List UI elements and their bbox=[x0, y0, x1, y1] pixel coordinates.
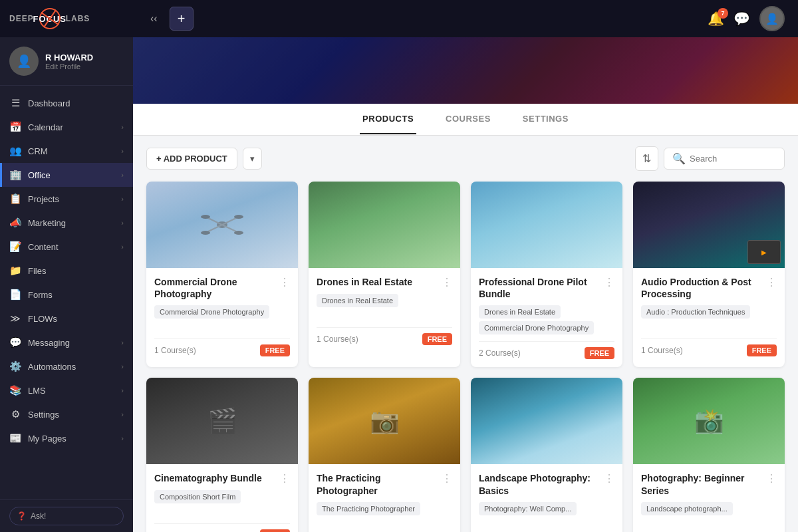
products-toolbar: + ADD PRODUCT ▾ ⇅ 🔍 bbox=[146, 146, 785, 171]
profile-name: R HOWARD bbox=[45, 53, 93, 63]
card-image: 📷 bbox=[309, 378, 460, 464]
sidebar-item-messaging[interactable]: 💬 Messaging › bbox=[0, 331, 133, 354]
card-menu-icon[interactable]: ⋮ bbox=[600, 472, 614, 485]
ask-button[interactable]: ❓ Ask! bbox=[9, 507, 124, 525]
svg-point-7 bbox=[201, 231, 210, 235]
card-tag: Composition Short Film bbox=[154, 490, 241, 503]
sidebar-item-settings[interactable]: ⚙ Settings › bbox=[0, 402, 133, 426]
sidebar-item-label: CRM bbox=[28, 146, 114, 156]
sidebar-item-projects[interactable]: 📋 Projects › bbox=[0, 187, 133, 211]
settings-icon: ⚙ bbox=[9, 408, 21, 420]
product-card[interactable]: 🎬 Cinematography Bundle ⋮ Composition Sh… bbox=[146, 378, 298, 532]
product-card[interactable]: 📸 Photography: Beginner Series ⋮ Landsca… bbox=[633, 378, 785, 532]
card-menu-icon[interactable]: ⋮ bbox=[438, 276, 452, 289]
sidebar-item-label: Automations bbox=[28, 362, 114, 372]
chevron-right-icon: › bbox=[121, 362, 124, 370]
sidebar-item-label: Office bbox=[28, 170, 114, 180]
course-count: 1 Course(s) bbox=[641, 346, 683, 355]
sort-filter-button[interactable]: ⇅ bbox=[635, 146, 658, 171]
search-input[interactable] bbox=[690, 154, 776, 164]
sidebar-profile[interactable]: 👤 R HOWARD Edit Profile bbox=[0, 37, 133, 86]
plus-icon: + bbox=[178, 11, 186, 27]
card-menu-icon[interactable]: ⋮ bbox=[600, 276, 614, 289]
collapse-sidebar-button[interactable]: ‹‹ bbox=[146, 9, 162, 29]
card-menu-icon[interactable]: ⋮ bbox=[762, 472, 777, 485]
add-product-button[interactable]: + ADD PRODUCT bbox=[146, 148, 237, 170]
price-badge: FREE bbox=[422, 333, 452, 345]
sidebar-item-files[interactable]: 📁 Files bbox=[0, 259, 133, 283]
chevron-right-icon: › bbox=[121, 147, 124, 155]
svg-point-5 bbox=[201, 215, 210, 219]
tab-products[interactable]: PRODUCTS bbox=[360, 104, 416, 134]
sidebar-item-content[interactable]: 📝 Content › bbox=[0, 235, 133, 259]
course-count: 1 Course(s) bbox=[154, 346, 196, 355]
logo-deep: DEEP bbox=[9, 14, 34, 23]
card-image: ▶ bbox=[633, 182, 785, 268]
price-badge: FREE bbox=[747, 344, 777, 356]
sidebar-item-label: Settings bbox=[28, 410, 114, 420]
sidebar-item-lms[interactable]: 📚 LMS › bbox=[0, 378, 133, 402]
sidebar-item-dashboard[interactable]: ☰ Dashboard bbox=[0, 91, 133, 115]
tab-courses[interactable]: COURSES bbox=[443, 104, 493, 134]
ask-icon: ❓ bbox=[17, 511, 27, 521]
course-count: 2 Course(s) bbox=[479, 348, 521, 358]
product-card[interactable]: 📷 The Practicing Photographer ⋮ The Prac… bbox=[309, 378, 460, 532]
sidebar-item-label: LMS bbox=[28, 386, 114, 396]
add-new-button[interactable]: + bbox=[170, 7, 194, 31]
crm-icon: 👥 bbox=[9, 145, 21, 157]
product-filter-dropdown[interactable]: ▾ bbox=[243, 148, 262, 170]
logo-focus-icon: FOCUS bbox=[38, 7, 62, 31]
chevron-right-icon: › bbox=[121, 195, 124, 203]
sidebar-ask: ❓ Ask! bbox=[0, 499, 133, 532]
messages-button[interactable]: 💬 bbox=[733, 11, 750, 27]
tab-settings[interactable]: SETTINGS bbox=[520, 104, 571, 134]
card-title: Photography: Beginner Series bbox=[641, 472, 762, 496]
sidebar-item-mypages[interactable]: 📰 My Pages › bbox=[0, 426, 133, 450]
sidebar-item-forms[interactable]: 📄 Forms bbox=[0, 283, 133, 307]
card-menu-icon[interactable]: ⋮ bbox=[762, 276, 777, 289]
sidebar-item-flows[interactable]: ≫ FLOWs bbox=[0, 307, 133, 331]
files-icon: 📁 bbox=[9, 265, 21, 277]
card-tag: Photography: Well Comp... bbox=[479, 502, 577, 515]
flows-icon: ≫ bbox=[9, 313, 21, 325]
notification-badge: 7 bbox=[718, 8, 728, 19]
product-card[interactable]: Landscape Photography: Basics ⋮ Photogra… bbox=[471, 378, 622, 532]
product-card[interactable]: Commercial Drone Photography ⋮ Commercia… bbox=[146, 182, 298, 367]
card-title: Drones in Real Estate bbox=[317, 276, 438, 288]
card-tag: Landscape photograph... bbox=[641, 502, 733, 515]
search-box: 🔍 bbox=[664, 148, 785, 170]
edit-profile-link[interactable]: Edit Profile bbox=[45, 63, 93, 70]
sidebar-nav: ☰ Dashboard 📅 Calendar › 👥 CRM › 🏢 Offic… bbox=[0, 86, 133, 499]
product-grid: Commercial Drone Photography ⋮ Commercia… bbox=[146, 182, 785, 532]
card-tag: The Practicing Photographer bbox=[317, 502, 420, 515]
add-product-label: + ADD PRODUCT bbox=[156, 154, 227, 164]
card-image bbox=[146, 182, 298, 268]
sidebar-item-automations[interactable]: ⚙️ Automations › bbox=[0, 354, 133, 378]
user-avatar[interactable]: 👤 bbox=[759, 6, 785, 31]
sidebar-item-label: Forms bbox=[28, 290, 124, 300]
card-image: 📸 bbox=[633, 378, 785, 464]
search-icon: 🔍 bbox=[672, 152, 686, 165]
card-title: Audio Production & Post Processing bbox=[641, 276, 762, 300]
product-card[interactable]: ▶ Audio Production & Post Processing ⋮ A… bbox=[633, 182, 785, 367]
card-menu-icon[interactable]: ⋮ bbox=[275, 472, 290, 485]
sidebar-item-office[interactable]: 🏢 Office › bbox=[0, 163, 133, 187]
card-title: The Practicing Photographer bbox=[317, 472, 438, 496]
calendar-icon: 📅 bbox=[9, 121, 21, 133]
product-card[interactable]: Drones in Real Estate ⋮ Drones in Real E… bbox=[309, 182, 460, 367]
card-menu-icon[interactable]: ⋮ bbox=[438, 472, 452, 485]
chevron-right-icon: › bbox=[121, 123, 124, 131]
sidebar-item-calendar[interactable]: 📅 Calendar › bbox=[0, 115, 133, 139]
notifications-button[interactable]: 🔔 7 bbox=[708, 11, 724, 27]
svg-point-6 bbox=[234, 215, 243, 219]
sidebar-item-label: My Pages bbox=[28, 434, 114, 444]
projects-icon: 📋 bbox=[9, 193, 21, 205]
sidebar-item-label: Messaging bbox=[28, 338, 114, 348]
sidebar-item-marketing[interactable]: 📣 Marketing › bbox=[0, 211, 133, 235]
card-image bbox=[471, 182, 622, 268]
card-menu-icon[interactable]: ⋮ bbox=[275, 276, 290, 289]
sidebar-item-crm[interactable]: 👥 CRM › bbox=[0, 139, 133, 163]
product-card[interactable]: Professional Drone Pilot Bundle ⋮ Drones… bbox=[471, 182, 622, 367]
chevron-right-icon: › bbox=[121, 434, 124, 442]
marketing-icon: 📣 bbox=[9, 217, 21, 229]
